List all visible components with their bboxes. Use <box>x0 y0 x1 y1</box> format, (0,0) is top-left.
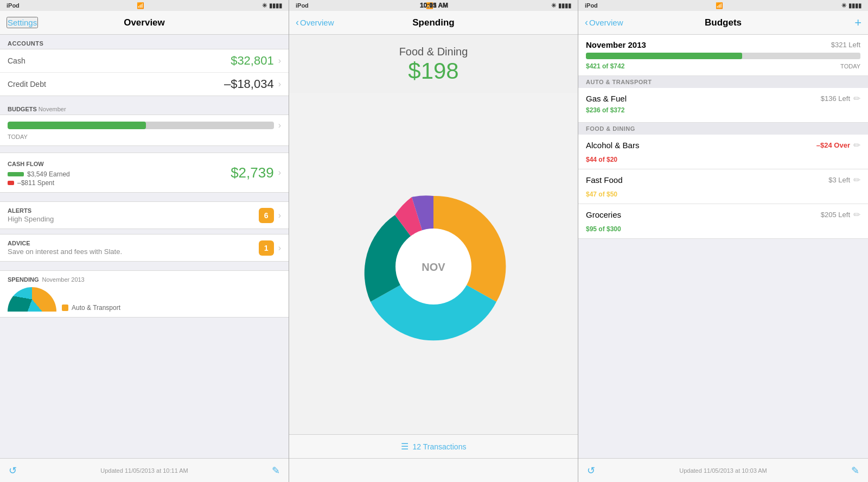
edit-icon-bottom-3[interactable]: ✎ <box>851 465 859 477</box>
footer-updated-3: Updated 11/05/2013 at 10:03 AM <box>679 467 767 474</box>
budget-item-groceries[interactable]: Groceries $205 Left ✏ $95 of $300 <box>578 204 868 239</box>
footer-updated-1: Updated 11/05/2013 at 10:11 AM <box>100 467 188 474</box>
accounts-section: Cash $32,801 › Credit Debt –$18,034 › <box>0 49 289 96</box>
bottom-bar-1: ↺ Updated 11/05/2013 at 10:11 AM ✎ <box>0 458 289 482</box>
item-left-groceries: $205 Left <box>821 211 850 219</box>
spent-label: –$811 Spent <box>17 179 54 187</box>
period-bar-label: $421 of $742 <box>586 62 624 70</box>
panel-spending: iPod 📶 10:05 AM ✳ ▮▮▮▮ ‹ Overview Spendi… <box>289 0 578 482</box>
bluetooth-icon-3: ✳ <box>841 2 846 9</box>
alerts-badge: 6 <box>259 208 274 223</box>
spending-amount: $198 <box>300 58 567 84</box>
earned-item: $3,549 Earned <box>8 170 70 178</box>
item-value-fastfood: $47 of $50 <box>586 191 860 198</box>
budgets-bar-fill <box>8 122 146 129</box>
cash-row[interactable]: Cash $32,801 › <box>0 49 289 73</box>
budget-list: November 2013 $321 Left $421 of $742 TOD… <box>578 35 868 458</box>
edit-icon-fastfood[interactable]: ✏ <box>853 175 860 185</box>
device-name-1: iPod <box>7 2 20 9</box>
advice-left: ADVICE Save on interest and fees with Sl… <box>8 240 122 256</box>
budget-item-alcohol[interactable]: Alcohol & Bars –$24 Over ✏ $44 of $20 <box>578 135 868 169</box>
back-button-2[interactable]: ‹ Overview <box>296 17 334 28</box>
gap3 <box>0 266 289 270</box>
device-name-2: iPod <box>296 2 309 9</box>
battery-icon-3: ▮▮▮▮ <box>848 2 861 9</box>
item-left-alcohol: –$24 Over <box>816 141 850 149</box>
transactions-bar[interactable]: ☰ 12 Transactions <box>289 434 578 458</box>
budgets-header-bg: BUDGETS November <box>0 100 289 115</box>
page-title-1: Overview <box>124 17 165 28</box>
bluetooth-icon-2: ✳ <box>551 2 556 9</box>
alerts-right: 6 › <box>259 208 281 223</box>
chevron-right-cash: › <box>278 56 281 66</box>
spending-category: Food & Dining <box>300 46 567 58</box>
item-left-gas: $136 Left <box>821 94 850 103</box>
back-label-3: Overview <box>589 18 623 27</box>
advice-row[interactable]: ADVICE Save on interest and fees with Sl… <box>0 234 289 262</box>
transactions-label: 12 Transactions <box>413 442 467 451</box>
item-name-fastfood: Fast Food <box>586 175 623 185</box>
wifi-icon-3: 📶 <box>716 2 723 9</box>
edit-icon-groceries[interactable]: ✏ <box>853 210 860 220</box>
back-button-3[interactable]: ‹ Overview <box>585 17 623 28</box>
item-name-gas: Gas & Fuel <box>586 94 627 103</box>
spending-chart-area: Auto & Transport <box>8 287 281 312</box>
chevron-back-icon-2: ‹ <box>296 17 299 28</box>
device-name-3: iPod <box>585 2 598 9</box>
spending-month: November 2013 <box>42 276 84 283</box>
category-header-food: FOOD & DINING <box>578 123 868 135</box>
alerts-row[interactable]: ALERTS High Spending 6 › <box>0 201 289 229</box>
credit-value: –$18,034 <box>224 77 274 91</box>
period-bar <box>586 53 860 59</box>
budget-item-gas[interactable]: Gas & Fuel $136 Left ✏ $236 of $372 <box>578 88 868 123</box>
page-title-3: Budgets <box>705 17 742 28</box>
alerts-left: ALERTS High Spending <box>8 207 54 223</box>
budgets-bar-container <box>8 122 274 129</box>
budgets-section[interactable]: › TODAY <box>0 115 289 146</box>
credit-row[interactable]: Credit Debt –$18,034 › <box>0 73 289 96</box>
add-budget-button[interactable]: + <box>854 16 861 30</box>
settings-button[interactable]: Settings <box>7 17 38 28</box>
panel-overview: iPod 📶 10:11 AM ✳ ▮▮▮▮ Settings Overview… <box>0 0 289 482</box>
edit-icon-1[interactable]: ✎ <box>272 465 280 477</box>
nav-bar-3: ‹ Overview Budgets + <box>578 11 868 35</box>
edit-icon-gas[interactable]: ✏ <box>853 93 860 104</box>
donut-label: NOV <box>422 261 445 273</box>
back-label-2: Overview <box>300 18 334 27</box>
bottom-bar-2-spacer <box>289 458 578 482</box>
credit-label: Credit Debt <box>8 80 46 88</box>
spent-item: –$811 Spent <box>8 179 70 187</box>
spending-header: SPENDING <box>8 276 39 283</box>
edit-icon-alcohol[interactable]: ✏ <box>853 140 860 150</box>
alerts-sub: High Spending <box>8 215 54 223</box>
transactions-icon: ☰ <box>401 441 409 452</box>
refresh-icon-3[interactable]: ↺ <box>587 465 595 477</box>
cashflow-section[interactable]: CASH FLOW $3,549 Earned –$811 Spent $2,7 <box>0 153 289 193</box>
refresh-icon-1[interactable]: ↺ <box>9 465 17 477</box>
period-bar-fill <box>586 53 742 59</box>
budget-period: November 2013 $321 Left $421 of $742 TOD… <box>578 35 868 76</box>
chevron-right-credit: › <box>278 79 281 89</box>
item-name-groceries: Groceries <box>586 210 621 219</box>
spent-bar <box>8 181 14 185</box>
advice-header: ADVICE <box>8 240 122 246</box>
accounts-header-bg: ACCOUNTS <box>0 35 289 49</box>
legend-dot <box>62 305 68 311</box>
item-name-alcohol: Alcohol & Bars <box>586 141 639 150</box>
status-bar-1: iPod 📶 10:11 AM ✳ ▮▮▮▮ <box>0 0 289 11</box>
advice-right: 1 › <box>259 240 281 256</box>
earned-bar <box>8 172 24 176</box>
cash-label: Cash <box>8 56 25 65</box>
cashflow-value: $2,739 <box>231 164 274 181</box>
item-value-alcohol: $44 of $20 <box>586 156 860 163</box>
nav-bar-2: ‹ Overview Spending <box>289 11 578 35</box>
advice-sub: Save on interest and fees with Slate. <box>8 248 122 256</box>
bluetooth-icon-1: ✳ <box>262 2 267 9</box>
budgets-today-label: TODAY <box>8 134 281 140</box>
battery-icon-2: ▮▮▮▮ <box>558 2 571 9</box>
budget-item-fastfood[interactable]: Fast Food $3 Left ✏ $47 of $50 <box>578 169 868 204</box>
status-bar-3: iPod 📶 10:03 AM ✳ ▮▮▮▮ <box>578 0 868 11</box>
cashflow-left: CASH FLOW $3,549 Earned –$811 Spent <box>8 158 70 187</box>
gap1 <box>0 197 289 201</box>
chevron-right-alerts: › <box>278 211 281 220</box>
